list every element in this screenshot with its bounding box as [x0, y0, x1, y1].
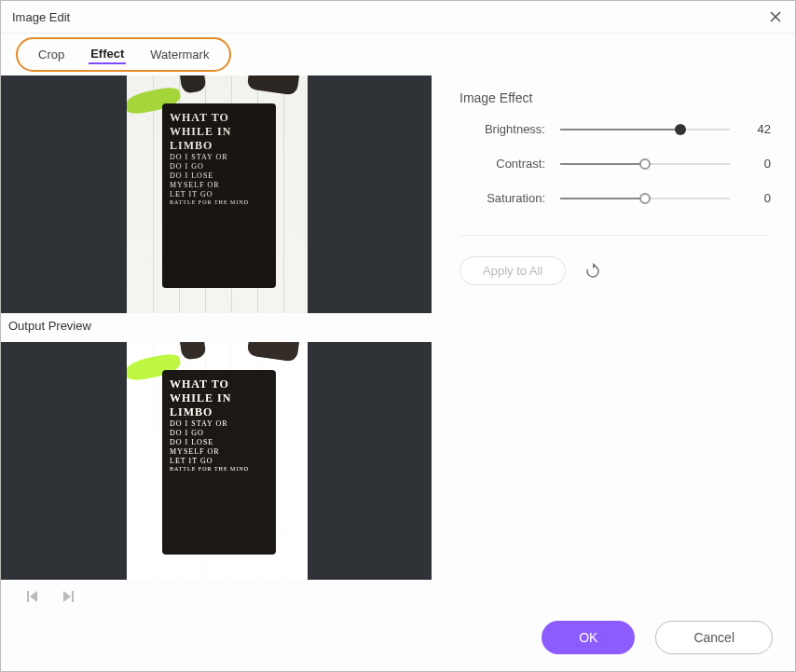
close-icon[interactable]: [767, 8, 784, 25]
tab-crop[interactable]: Crop: [36, 46, 66, 63]
tabs-highlight: Crop Effect Watermark: [16, 37, 231, 72]
saturation-value: 0: [737, 191, 771, 205]
tabs: Crop Effect Watermark: [1, 34, 795, 72]
reset-icon[interactable]: [584, 263, 601, 280]
panel-title: Image Effect: [460, 90, 771, 105]
frame-navigation: [1, 580, 433, 604]
brightness-slider[interactable]: [560, 123, 730, 136]
brightness-row: Brightness: 42: [460, 122, 771, 136]
contrast-label: Contrast:: [460, 157, 553, 171]
cancel-button[interactable]: Cancel: [655, 621, 773, 654]
saturation-row: Saturation: 0: [460, 191, 771, 205]
divider: [460, 235, 771, 236]
saturation-label: Saturation:: [460, 191, 553, 205]
window-title: Image Edit: [12, 10, 70, 24]
prev-frame-icon[interactable]: [25, 589, 40, 604]
saturation-slider[interactable]: [560, 192, 730, 205]
next-frame-icon[interactable]: [61, 589, 75, 604]
contrast-slider[interactable]: [560, 158, 730, 171]
brightness-label: Brightness:: [460, 122, 553, 136]
image-edit-dialog: Image Edit Crop Effect Watermark WHAT TO…: [0, 0, 796, 672]
dialog-footer: OK Cancel: [1, 604, 795, 671]
output-preview: WHAT TO WHILE IN LIMBO DO I STAY OR DO I…: [1, 342, 432, 580]
preview-column: WHAT TO WHILE IN LIMBO DO I STAY OR DO I…: [1, 72, 433, 604]
ok-button[interactable]: OK: [542, 621, 635, 654]
apply-to-all-button[interactable]: Apply to All: [460, 256, 566, 285]
output-image: WHAT TO WHILE IN LIMBO DO I STAY OR DO I…: [127, 342, 308, 580]
source-preview: WHAT TO WHILE IN LIMBO DO I STAY OR DO I…: [1, 75, 432, 313]
brightness-value: 42: [737, 122, 771, 136]
contrast-value: 0: [737, 157, 771, 171]
source-image: WHAT TO WHILE IN LIMBO DO I STAY OR DO I…: [127, 75, 308, 313]
tab-watermark[interactable]: Watermark: [148, 46, 211, 63]
titlebar: Image Edit: [1, 1, 795, 34]
tab-effect[interactable]: Effect: [89, 45, 126, 64]
contrast-row: Contrast: 0: [460, 157, 771, 171]
effect-panel: Image Effect Brightness: 42 Contrast: 0: [433, 72, 795, 604]
output-preview-label: Output Preview: [1, 313, 433, 338]
